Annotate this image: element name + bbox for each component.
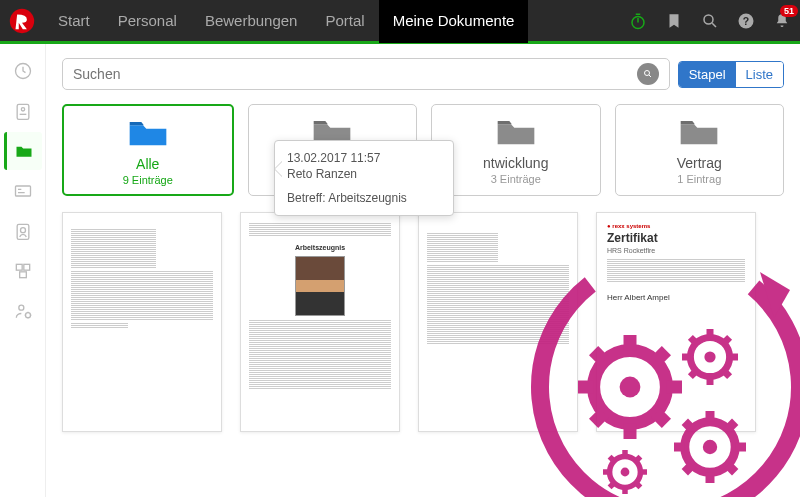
category-count: 9 Einträge: [70, 174, 226, 186]
category-count: 3 Einträge: [438, 173, 594, 185]
document-thumb-arbeitszeugnis[interactable]: Arbeitszeugnis: [240, 212, 400, 432]
category-label: Alle: [70, 156, 226, 172]
svg-rect-9: [17, 224, 29, 239]
svg-point-10: [20, 228, 25, 233]
search-icon[interactable]: [692, 0, 728, 43]
tooltip-author: Reto Ranzen: [287, 167, 441, 181]
notification-badge: 51: [780, 5, 798, 17]
app-logo[interactable]: [0, 0, 44, 43]
category-entwicklung[interactable]: ntwicklung 3 Einträge: [431, 104, 601, 196]
category-label: ntwicklung: [438, 155, 594, 171]
svg-rect-8: [15, 186, 30, 196]
svg-point-14: [18, 305, 23, 310]
boxes-icon[interactable]: [4, 252, 42, 290]
svg-point-2: [704, 15, 713, 24]
view-list-button[interactable]: Liste: [736, 62, 783, 87]
document-thumb[interactable]: [418, 212, 578, 432]
nav-personal[interactable]: Personal: [104, 0, 191, 43]
nav-start[interactable]: Start: [44, 0, 104, 43]
document-thumb[interactable]: [62, 212, 222, 432]
category-vertrag[interactable]: Vertrag 1 Eintrag: [615, 104, 785, 196]
folder-icon[interactable]: [4, 132, 42, 170]
search-input[interactable]: [73, 66, 637, 82]
main-content: Stapel Liste Alle 9 Einträge ntwicklung …: [46, 44, 800, 497]
tooltip-subject: Arbeitszeugnis: [328, 191, 407, 205]
cert-brand: ● rexx systems: [607, 223, 745, 231]
person-card-icon[interactable]: [4, 212, 42, 250]
svg-point-16: [644, 71, 649, 76]
view-stack-button[interactable]: Stapel: [679, 62, 736, 87]
history-icon[interactable]: [4, 52, 42, 90]
doc-title: Arbeitszeugnis: [249, 243, 391, 252]
document-tooltip: 13.02.2017 11:57 Reto Ranzen Betreff: Ar…: [274, 140, 454, 216]
cert-name: Herr Albert Ampel: [607, 293, 745, 303]
cert-title: Zertifikat: [607, 231, 745, 247]
left-sidebar: [0, 44, 46, 497]
timer-icon[interactable]: [620, 0, 656, 43]
svg-rect-11: [16, 264, 22, 270]
category-alle[interactable]: Alle 9 Einträge: [62, 104, 234, 196]
nav-portal[interactable]: Portal: [311, 0, 378, 43]
portrait-image: [295, 256, 345, 316]
svg-rect-12: [23, 264, 29, 270]
notifications-icon[interactable]: 51: [764, 0, 800, 43]
help-icon[interactable]: ?: [728, 0, 764, 43]
top-nav: Start Personal Bewerbungen Portal Meine …: [0, 0, 800, 44]
tooltip-timestamp: 13.02.2017 11:57: [287, 151, 441, 165]
svg-point-7: [21, 108, 24, 111]
svg-text:?: ?: [743, 14, 749, 26]
card-icon[interactable]: [4, 172, 42, 210]
nav-bewerbungen[interactable]: Bewerbungen: [191, 0, 312, 43]
nav-meine-dokumente[interactable]: Meine Dokumente: [379, 0, 529, 43]
view-toggle: Stapel Liste: [678, 61, 784, 88]
cert-subtitle: HRS Rocketfire: [607, 246, 745, 255]
bookmark-icon[interactable]: [656, 0, 692, 43]
category-count: 1 Eintrag: [622, 173, 778, 185]
svg-rect-13: [19, 272, 26, 278]
category-label: Vertrag: [622, 155, 778, 171]
svg-rect-6: [17, 104, 29, 119]
search-input-wrap: [62, 58, 670, 90]
search-button[interactable]: [637, 63, 659, 85]
user-settings-icon[interactable]: [4, 292, 42, 330]
tooltip-subject-label: Betreff:: [287, 191, 325, 205]
id-card-icon[interactable]: [4, 92, 42, 130]
svg-point-15: [25, 313, 30, 318]
document-thumb-zertifikat[interactable]: ● rexx systems Zertifikat HRS Rocketfire…: [596, 212, 756, 432]
document-row: Arbeitszeugnis ● rexx systems Zertifikat…: [62, 212, 784, 432]
